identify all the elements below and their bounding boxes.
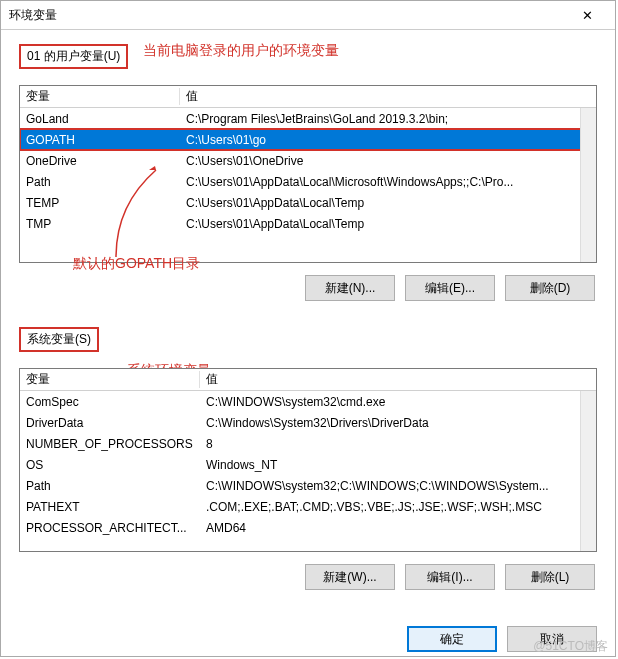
- environment-variables-dialog: 环境变量 ✕ 当前电脑登录的用户的环境变量 01 的用户变量(U) 变量 值 G…: [0, 0, 616, 657]
- user-delete-button[interactable]: 删除(D): [505, 275, 595, 301]
- cell-name: ComSpec: [20, 395, 200, 409]
- system-variables-list[interactable]: 变量 值 ComSpecC:\WINDOWS\system32\cmd.exeD…: [19, 368, 597, 552]
- cell-value: C:\Users\01\AppData\Local\Microsoft\Wind…: [180, 175, 596, 189]
- close-icon: ✕: [582, 8, 593, 23]
- col-header-value[interactable]: 值: [180, 88, 596, 105]
- annotation-user-section: 当前电脑登录的用户的环境变量: [143, 42, 339, 60]
- cell-value: 8: [200, 437, 596, 451]
- col-header-name[interactable]: 变量: [20, 371, 200, 388]
- cell-name: Path: [20, 479, 200, 493]
- ok-button[interactable]: 确定: [407, 626, 497, 652]
- cell-value: C:\Program Files\JetBrains\GoLand 2019.3…: [180, 112, 596, 126]
- user-rows: GoLandC:\Program Files\JetBrains\GoLand …: [20, 108, 596, 234]
- cell-name: PROCESSOR_ARCHITECT...: [20, 521, 200, 535]
- dialog-title: 环境变量: [9, 7, 567, 24]
- sys-buttons: 新建(W)... 编辑(I)... 删除(L): [19, 564, 595, 590]
- table-row[interactable]: GOPATHC:\Users\01\go: [20, 129, 596, 150]
- cell-name: GOPATH: [20, 133, 180, 147]
- cell-name: OneDrive: [20, 154, 180, 168]
- scrollbar[interactable]: [580, 391, 596, 551]
- user-new-button[interactable]: 新建(N)...: [305, 275, 395, 301]
- table-row[interactable]: DriverDataC:\Windows\System32\Drivers\Dr…: [20, 412, 596, 433]
- sys-section-label: 系统变量(S): [19, 327, 99, 352]
- table-row[interactable]: PathC:\WINDOWS\system32;C:\WINDOWS;C:\WI…: [20, 475, 596, 496]
- user-variables-list[interactable]: 变量 值 GoLandC:\Program Files\JetBrains\Go…: [19, 85, 597, 263]
- cell-value: C:\Users\01\OneDrive: [180, 154, 596, 168]
- list-header: 变量 值: [20, 86, 596, 108]
- table-row[interactable]: OneDriveC:\Users\01\OneDrive: [20, 150, 596, 171]
- cell-value: C:\Users\01\AppData\Local\Temp: [180, 217, 596, 231]
- sys-delete-button[interactable]: 删除(L): [505, 564, 595, 590]
- table-row[interactable]: TMPC:\Users\01\AppData\Local\Temp: [20, 213, 596, 234]
- annotation-gopath: 默认的GOPATH目录: [73, 255, 200, 273]
- watermark: @51CTO博客: [533, 638, 608, 655]
- cell-name: OS: [20, 458, 200, 472]
- col-header-value[interactable]: 值: [200, 371, 596, 388]
- cell-value: C:\WINDOWS\system32\cmd.exe: [200, 395, 596, 409]
- sys-new-button[interactable]: 新建(W)...: [305, 564, 395, 590]
- table-row[interactable]: PATHEXT.COM;.EXE;.BAT;.CMD;.VBS;.VBE;.JS…: [20, 496, 596, 517]
- user-variables-section: 01 的用户变量(U) 变量 值 GoLandC:\Program Files\…: [19, 44, 597, 301]
- cell-value: AMD64: [200, 521, 596, 535]
- table-row[interactable]: GoLandC:\Program Files\JetBrains\GoLand …: [20, 108, 596, 129]
- cell-value: Windows_NT: [200, 458, 596, 472]
- table-row[interactable]: TEMPC:\Users\01\AppData\Local\Temp: [20, 192, 596, 213]
- list-header: 变量 值: [20, 369, 596, 391]
- close-button[interactable]: ✕: [567, 1, 607, 29]
- cell-name: DriverData: [20, 416, 200, 430]
- system-variables-section: 系统变量(S) 系统环境变量 变量 值 ComSpecC:\WINDOWS\sy…: [19, 327, 597, 590]
- cell-value: C:\Users\01\AppData\Local\Temp: [180, 196, 596, 210]
- table-row[interactable]: ComSpecC:\WINDOWS\system32\cmd.exe: [20, 391, 596, 412]
- cell-name: PATHEXT: [20, 500, 200, 514]
- cell-value: .COM;.EXE;.BAT;.CMD;.VBS;.VBE;.JS;.JSE;.…: [200, 500, 596, 514]
- scrollbar[interactable]: [580, 108, 596, 262]
- cell-name: NUMBER_OF_PROCESSORS: [20, 437, 200, 451]
- user-buttons: 新建(N)... 编辑(E)... 删除(D): [19, 275, 595, 301]
- table-row[interactable]: NUMBER_OF_PROCESSORS8: [20, 433, 596, 454]
- cell-name: GoLand: [20, 112, 180, 126]
- table-row[interactable]: OSWindows_NT: [20, 454, 596, 475]
- cell-value: C:\Users\01\go: [180, 133, 596, 147]
- cell-value: C:\WINDOWS\system32;C:\WINDOWS;C:\WINDOW…: [200, 479, 596, 493]
- dialog-footer: 确定 取消: [1, 616, 615, 659]
- user-edit-button[interactable]: 编辑(E)...: [405, 275, 495, 301]
- cell-name: TMP: [20, 217, 180, 231]
- dialog-content: 当前电脑登录的用户的环境变量 01 的用户变量(U) 变量 值 GoLandC:…: [1, 30, 615, 616]
- titlebar: 环境变量 ✕: [1, 1, 615, 30]
- user-section-label: 01 的用户变量(U): [19, 44, 128, 69]
- table-row[interactable]: PROCESSOR_ARCHITECT...AMD64: [20, 517, 596, 538]
- sys-rows: ComSpecC:\WINDOWS\system32\cmd.exeDriver…: [20, 391, 596, 538]
- col-header-name[interactable]: 变量: [20, 88, 180, 105]
- cell-name: TEMP: [20, 196, 180, 210]
- cell-value: C:\Windows\System32\Drivers\DriverData: [200, 416, 596, 430]
- table-row[interactable]: PathC:\Users\01\AppData\Local\Microsoft\…: [20, 171, 596, 192]
- cell-name: Path: [20, 175, 180, 189]
- sys-edit-button[interactable]: 编辑(I)...: [405, 564, 495, 590]
